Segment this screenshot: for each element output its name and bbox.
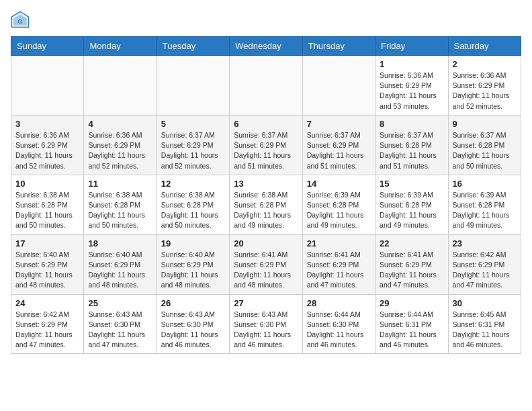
day-number: 10 bbox=[15, 179, 79, 189]
day-number: 21 bbox=[307, 238, 371, 248]
day-detail: Sunrise: 6:39 AMSunset: 6:28 PMDaylight:… bbox=[307, 190, 371, 231]
day-detail: Sunrise: 6:38 AMSunset: 6:28 PMDaylight:… bbox=[234, 190, 298, 231]
day-detail: Sunrise: 6:43 AMSunset: 6:30 PMDaylight:… bbox=[161, 310, 225, 351]
day-number: 20 bbox=[234, 238, 298, 248]
weekday-header-thursday: Thursday bbox=[302, 37, 375, 56]
calendar-cell: 8Sunrise: 6:37 AMSunset: 6:28 PMDaylight… bbox=[375, 115, 448, 175]
day-detail: Sunrise: 6:36 AMSunset: 6:29 PMDaylight:… bbox=[88, 130, 152, 171]
day-detail: Sunrise: 6:38 AMSunset: 6:28 PMDaylight:… bbox=[15, 190, 79, 231]
calendar-cell bbox=[84, 56, 157, 116]
calendar-header: SundayMondayTuesdayWednesdayThursdayFrid… bbox=[11, 37, 521, 56]
calendar-cell: 6Sunrise: 6:37 AMSunset: 6:29 PMDaylight… bbox=[230, 115, 302, 175]
day-detail: Sunrise: 6:40 AMSunset: 6:29 PMDaylight:… bbox=[161, 250, 225, 291]
day-detail: Sunrise: 6:36 AMSunset: 6:29 PMDaylight:… bbox=[453, 71, 517, 111]
calendar-cell: 5Sunrise: 6:37 AMSunset: 6:29 PMDaylight… bbox=[157, 115, 229, 175]
weekday-header-monday: Monday bbox=[84, 37, 157, 56]
calendar-cell: 30Sunrise: 6:45 AMSunset: 6:31 PMDayligh… bbox=[448, 294, 521, 354]
calendar-cell bbox=[230, 56, 302, 116]
calendar-cell: 3Sunrise: 6:36 AMSunset: 6:29 PMDaylight… bbox=[11, 115, 84, 175]
calendar-cell: 17Sunrise: 6:40 AMSunset: 6:29 PMDayligh… bbox=[11, 234, 84, 294]
day-number: 29 bbox=[380, 298, 443, 308]
calendar-cell bbox=[302, 56, 375, 116]
day-number: 14 bbox=[307, 179, 371, 189]
day-number: 27 bbox=[234, 298, 298, 308]
day-number: 13 bbox=[234, 179, 298, 189]
day-detail: Sunrise: 6:41 AMSunset: 6:29 PMDaylight:… bbox=[380, 250, 443, 291]
day-number: 3 bbox=[15, 119, 79, 129]
day-number: 1 bbox=[380, 59, 443, 69]
day-detail: Sunrise: 6:44 AMSunset: 6:30 PMDaylight:… bbox=[307, 310, 371, 351]
day-number: 9 bbox=[453, 119, 517, 129]
day-detail: Sunrise: 6:43 AMSunset: 6:30 PMDaylight:… bbox=[88, 310, 152, 351]
logo: G bbox=[11, 11, 32, 30]
day-detail: Sunrise: 6:41 AMSunset: 6:29 PMDaylight:… bbox=[307, 250, 371, 291]
calendar-cell: 24Sunrise: 6:42 AMSunset: 6:29 PMDayligh… bbox=[11, 294, 84, 354]
calendar-cell: 4Sunrise: 6:36 AMSunset: 6:29 PMDaylight… bbox=[84, 115, 157, 175]
day-detail: Sunrise: 6:41 AMSunset: 6:29 PMDaylight:… bbox=[234, 250, 298, 291]
weekday-header-saturday: Saturday bbox=[448, 37, 521, 56]
day-detail: Sunrise: 6:39 AMSunset: 6:28 PMDaylight:… bbox=[453, 190, 517, 231]
calendar-week-3: 10Sunrise: 6:38 AMSunset: 6:28 PMDayligh… bbox=[11, 175, 521, 234]
day-number: 25 bbox=[88, 298, 152, 308]
day-number: 18 bbox=[88, 238, 152, 248]
calendar-cell: 26Sunrise: 6:43 AMSunset: 6:30 PMDayligh… bbox=[157, 294, 229, 354]
calendar-cell: 13Sunrise: 6:38 AMSunset: 6:28 PMDayligh… bbox=[230, 175, 302, 234]
day-number: 23 bbox=[453, 238, 517, 248]
calendar-cell: 1Sunrise: 6:36 AMSunset: 6:29 PMDaylight… bbox=[375, 56, 448, 116]
calendar-cell bbox=[157, 56, 229, 116]
page-header: G bbox=[11, 11, 521, 30]
calendar-cell: 20Sunrise: 6:41 AMSunset: 6:29 PMDayligh… bbox=[230, 234, 302, 294]
day-detail: Sunrise: 6:42 AMSunset: 6:29 PMDaylight:… bbox=[453, 250, 517, 291]
calendar-cell: 9Sunrise: 6:37 AMSunset: 6:28 PMDaylight… bbox=[448, 115, 521, 175]
weekday-header-wednesday: Wednesday bbox=[230, 37, 302, 56]
day-detail: Sunrise: 6:37 AMSunset: 6:29 PMDaylight:… bbox=[161, 130, 225, 171]
day-detail: Sunrise: 6:43 AMSunset: 6:30 PMDaylight:… bbox=[234, 310, 298, 351]
day-detail: Sunrise: 6:37 AMSunset: 6:28 PMDaylight:… bbox=[453, 130, 517, 171]
calendar-cell: 27Sunrise: 6:43 AMSunset: 6:30 PMDayligh… bbox=[230, 294, 302, 354]
day-number: 15 bbox=[380, 179, 443, 189]
day-number: 2 bbox=[453, 59, 517, 69]
calendar-week-1: 1Sunrise: 6:36 AMSunset: 6:29 PMDaylight… bbox=[11, 56, 521, 116]
day-number: 6 bbox=[234, 119, 298, 129]
day-number: 12 bbox=[161, 179, 225, 189]
calendar-week-4: 17Sunrise: 6:40 AMSunset: 6:29 PMDayligh… bbox=[11, 234, 521, 294]
day-number: 28 bbox=[307, 298, 371, 308]
calendar-cell: 2Sunrise: 6:36 AMSunset: 6:29 PMDaylight… bbox=[448, 56, 521, 116]
calendar-cell: 16Sunrise: 6:39 AMSunset: 6:28 PMDayligh… bbox=[448, 175, 521, 234]
calendar-cell: 11Sunrise: 6:38 AMSunset: 6:28 PMDayligh… bbox=[84, 175, 157, 234]
day-number: 8 bbox=[380, 119, 443, 129]
day-detail: Sunrise: 6:38 AMSunset: 6:28 PMDaylight:… bbox=[88, 190, 152, 231]
weekday-header-sunday: Sunday bbox=[11, 37, 84, 56]
calendar-cell: 23Sunrise: 6:42 AMSunset: 6:29 PMDayligh… bbox=[448, 234, 521, 294]
day-number: 11 bbox=[88, 179, 152, 189]
calendar-week-2: 3Sunrise: 6:36 AMSunset: 6:29 PMDaylight… bbox=[11, 115, 521, 175]
calendar-week-5: 24Sunrise: 6:42 AMSunset: 6:29 PMDayligh… bbox=[11, 294, 521, 354]
day-number: 30 bbox=[453, 298, 517, 308]
day-number: 16 bbox=[453, 179, 517, 189]
day-detail: Sunrise: 6:44 AMSunset: 6:31 PMDaylight:… bbox=[380, 310, 443, 351]
day-number: 7 bbox=[307, 119, 371, 129]
day-detail: Sunrise: 6:45 AMSunset: 6:31 PMDaylight:… bbox=[453, 310, 517, 351]
logo-icon: G bbox=[11, 11, 30, 30]
day-number: 26 bbox=[161, 298, 225, 308]
calendar-cell: 14Sunrise: 6:39 AMSunset: 6:28 PMDayligh… bbox=[302, 175, 375, 234]
calendar-cell: 15Sunrise: 6:39 AMSunset: 6:28 PMDayligh… bbox=[375, 175, 448, 234]
calendar-table: SundayMondayTuesdayWednesdayThursdayFrid… bbox=[11, 36, 521, 354]
calendar-cell: 28Sunrise: 6:44 AMSunset: 6:30 PMDayligh… bbox=[302, 294, 375, 354]
calendar-cell bbox=[11, 56, 84, 116]
day-number: 4 bbox=[88, 119, 152, 129]
day-number: 5 bbox=[161, 119, 225, 129]
calendar-cell: 29Sunrise: 6:44 AMSunset: 6:31 PMDayligh… bbox=[375, 294, 448, 354]
day-number: 17 bbox=[15, 238, 79, 248]
calendar-cell: 12Sunrise: 6:38 AMSunset: 6:28 PMDayligh… bbox=[157, 175, 229, 234]
day-number: 22 bbox=[380, 238, 443, 248]
day-detail: Sunrise: 6:39 AMSunset: 6:28 PMDaylight:… bbox=[380, 190, 443, 231]
day-detail: Sunrise: 6:37 AMSunset: 6:29 PMDaylight:… bbox=[234, 130, 298, 171]
day-detail: Sunrise: 6:36 AMSunset: 6:29 PMDaylight:… bbox=[15, 130, 79, 171]
calendar-cell: 10Sunrise: 6:38 AMSunset: 6:28 PMDayligh… bbox=[11, 175, 84, 234]
weekday-header-tuesday: Tuesday bbox=[157, 37, 229, 56]
day-number: 24 bbox=[15, 298, 79, 308]
day-detail: Sunrise: 6:37 AMSunset: 6:28 PMDaylight:… bbox=[380, 130, 443, 171]
day-detail: Sunrise: 6:42 AMSunset: 6:29 PMDaylight:… bbox=[15, 310, 79, 351]
svg-text:G: G bbox=[17, 17, 23, 25]
